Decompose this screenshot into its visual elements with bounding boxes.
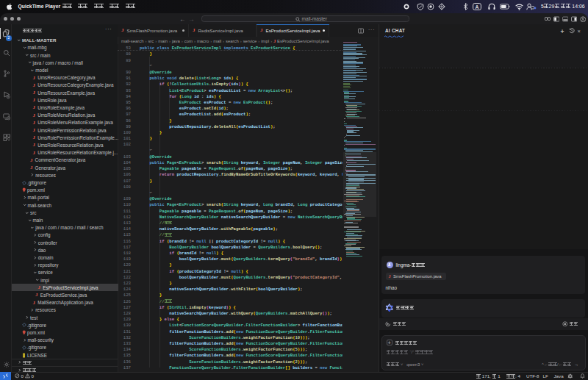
svg-text:A: A: [476, 4, 479, 10]
